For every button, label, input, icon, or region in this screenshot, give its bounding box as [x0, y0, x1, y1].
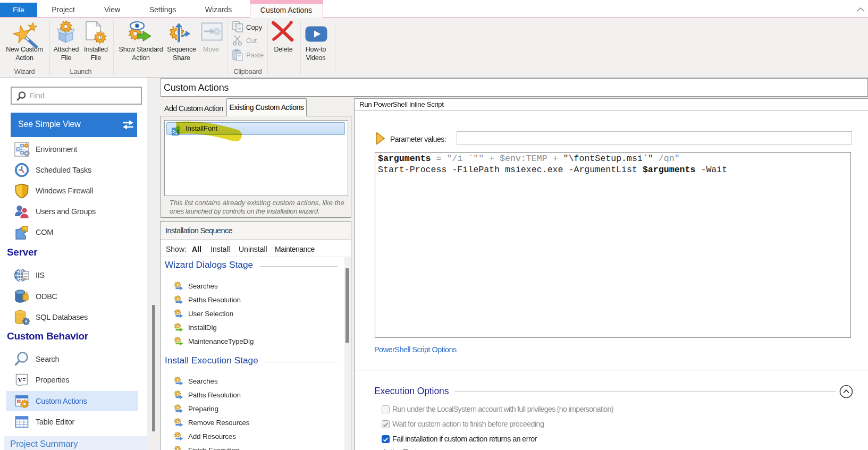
svg-text:V: V: [18, 376, 23, 384]
svg-text:=: =: [23, 377, 26, 383]
